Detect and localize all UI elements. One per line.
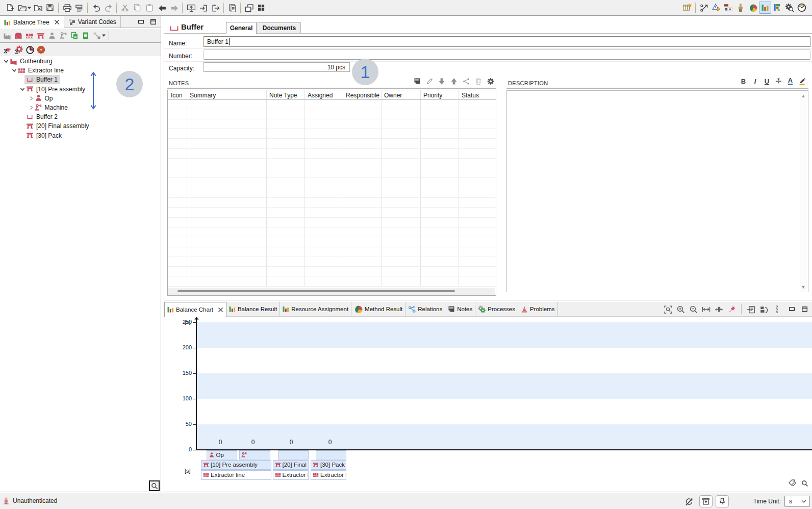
- dropdown-caret-icon[interactable]: [101, 30, 106, 42]
- aperture-red-button[interactable]: [35, 44, 46, 56]
- print-button[interactable]: [61, 2, 73, 14]
- pin-red-button[interactable]: [727, 305, 736, 314]
- panel-export-button[interactable]: [747, 305, 755, 314]
- forward-button[interactable]: [168, 2, 180, 14]
- tree-item-20-final-assembly[interactable]: [20] Final assembly: [0, 121, 161, 131]
- copy-button[interactable]: [131, 2, 143, 14]
- tags-button[interactable]: [788, 479, 797, 488]
- notes-column-status[interactable]: Status: [462, 92, 479, 99]
- archive-button[interactable]: [699, 495, 713, 507]
- chart-label-station-30-pack[interactable]: [30] Pack: [311, 460, 346, 470]
- capacity-input[interactable]: 10 pcs: [204, 62, 350, 72]
- notes-hscrollbar-thumb[interactable]: [177, 290, 455, 292]
- robot-grey-button[interactable]: [58, 30, 69, 41]
- notes-column-responsible[interactable]: Responsible: [346, 92, 379, 99]
- notes-column-summary[interactable]: Summary: [190, 92, 216, 99]
- chart-label-station-10-pre-assembly[interactable]: [10] Pre assembly: [201, 460, 271, 470]
- panel-tab-variant-codes[interactable]: Variant Codes: [64, 16, 121, 28]
- magnifier-button[interactable]: [800, 479, 809, 488]
- panel-tab-balance-tree[interactable]: Balance Tree: [0, 16, 64, 29]
- zoom-out-button[interactable]: [689, 305, 698, 314]
- warn-export-button[interactable]: [710, 2, 722, 14]
- tree-item-machine[interactable]: Machine: [0, 103, 161, 112]
- dots-3-button[interactable]: [772, 305, 781, 314]
- pin-button[interactable]: [716, 495, 729, 507]
- pie-color-button[interactable]: [747, 2, 759, 14]
- pages-button[interactable]: [226, 2, 238, 14]
- bottom-tab-balance-result[interactable]: Balance Result: [226, 302, 280, 316]
- chart-label-resource-op[interactable]: Op: [207, 450, 237, 460]
- quick-print-button[interactable]: [73, 2, 85, 14]
- person-3d-button[interactable]: [734, 2, 747, 14]
- chart-label-line-extractor-3[interactable]: Extractor line: [311, 470, 346, 480]
- gauge-button[interactable]: [796, 2, 808, 14]
- copy-docs-green-button[interactable]: [69, 30, 80, 41]
- bottom-tab-processes[interactable]: Processes: [475, 302, 518, 316]
- pencil-button[interactable]: [426, 77, 433, 85]
- scroll-down-icon[interactable]: ▼: [801, 285, 806, 290]
- new-table-button[interactable]: [681, 2, 693, 14]
- shed-red-button[interactable]: [13, 30, 24, 41]
- tab-documents[interactable]: Documents: [258, 22, 301, 33]
- chevron-right-icon[interactable]: [28, 105, 34, 111]
- dropdown-caret-icon[interactable]: [27, 2, 32, 14]
- chart-label-line-extractor-2[interactable]: Extractor line: [273, 470, 309, 480]
- note-dark-button[interactable]: [414, 77, 421, 85]
- gear-red-button[interactable]: [13, 44, 24, 56]
- chevron-down-icon[interactable]: [19, 86, 26, 92]
- minimize-panel-icon[interactable]: [138, 20, 144, 24]
- chart-label-line-extractor-line[interactable]: Extractor line: [201, 470, 271, 480]
- arrow-down-button[interactable]: [438, 77, 445, 85]
- time-unit-select[interactable]: s: [784, 496, 810, 507]
- chart-label-resource-30[interactable]: [316, 450, 346, 460]
- tree-item-30-pack[interactable]: [30] Pack: [0, 131, 161, 140]
- notes-column-assigned[interactable]: Assigned: [308, 92, 333, 99]
- doc-green-button[interactable]: [80, 30, 91, 41]
- save-button[interactable]: [44, 2, 56, 14]
- bottom-tab-method-result[interactable]: Method Result: [351, 302, 405, 316]
- redo-button[interactable]: [102, 2, 114, 14]
- new-file-button[interactable]: [4, 2, 16, 14]
- share-button[interactable]: [463, 77, 470, 85]
- trash-button[interactable]: [475, 77, 482, 85]
- arrow-up-button[interactable]: [450, 77, 458, 85]
- gear-dark-button[interactable]: [487, 77, 494, 85]
- chart-label-resource-20[interactable]: [278, 450, 309, 460]
- chevron-right-icon[interactable]: [28, 95, 34, 101]
- zoom-select-button[interactable]: [664, 305, 672, 314]
- notes-column-owner[interactable]: Owner: [384, 92, 402, 99]
- hand-red-button[interactable]: [2, 44, 13, 56]
- balance-chart[interactable]: 050100150200250[s][s]0000Op[10] Pre asse…: [164, 317, 812, 492]
- flag-chart-button[interactable]: [771, 2, 783, 14]
- tree-item-buffer-2[interactable]: Buffer 2: [0, 112, 161, 121]
- tree-search-button[interactable]: [149, 480, 160, 491]
- flags-button[interactable]: [722, 2, 734, 14]
- back-button[interactable]: [156, 2, 168, 14]
- underline-button[interactable]: U: [763, 77, 771, 86]
- bench-red-button[interactable]: [35, 30, 46, 41]
- tab-general[interactable]: General: [226, 22, 257, 34]
- modules-red-button[interactable]: [24, 30, 35, 41]
- cut-button[interactable]: [119, 2, 131, 14]
- notes-hscrollbar[interactable]: [168, 288, 495, 295]
- notes-column-icon[interactable]: Icon: [171, 92, 183, 99]
- close-folder-button[interactable]: [32, 2, 44, 14]
- chart-label-resource-machine[interactable]: [239, 450, 271, 460]
- person-grey-button[interactable]: [46, 30, 58, 41]
- undo-button[interactable]: [90, 2, 102, 14]
- bottom-tab-balance-chart[interactable]: Balance Chart: [164, 302, 226, 317]
- number-input[interactable]: [204, 49, 810, 60]
- factory-grey-button[interactable]: [2, 30, 13, 41]
- collapse-h-button[interactable]: [715, 305, 723, 314]
- windows-cascade-button[interactable]: [243, 2, 255, 14]
- description-scrollbar[interactable]: ▲ ▼: [800, 91, 807, 292]
- chart-label-station-20-final-assembly[interactable]: [20] Final assembly: [273, 460, 309, 470]
- description-textarea[interactable]: ▲ ▼: [506, 90, 808, 292]
- close-tab-icon[interactable]: [218, 307, 223, 313]
- bold-button[interactable]: B: [740, 77, 747, 86]
- highlight-button[interactable]: [798, 77, 806, 86]
- bottom-tab-relations[interactable]: Relations: [405, 302, 445, 316]
- import-box-button[interactable]: [197, 2, 209, 14]
- italic-button[interactable]: I: [751, 77, 759, 86]
- bottom-tab-problems[interactable]: Problems: [518, 302, 558, 316]
